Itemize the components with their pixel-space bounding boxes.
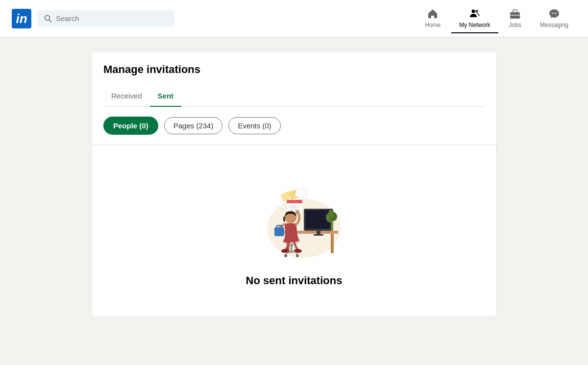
nav-label-jobs: Jobs (509, 22, 521, 28)
svg-point-20 (328, 210, 334, 218)
logo-letter: in (16, 12, 27, 25)
svg-point-3 (475, 10, 478, 13)
home-icon (427, 8, 439, 20)
search-icon (44, 15, 52, 23)
filter-people[interactable]: People (0) (103, 117, 158, 135)
svg-point-2 (471, 9, 475, 13)
manage-invitations-card: Manage invitations Received Sent People … (91, 51, 497, 317)
main-content: Manage invitations Received Sent People … (83, 51, 505, 317)
nav-item-jobs[interactable]: Jobs (501, 4, 529, 33)
navbar-right: Home My Network Jobs (417, 4, 576, 33)
svg-point-44 (296, 254, 299, 257)
card-title: Manage invitations (103, 63, 485, 76)
jobs-icon (509, 8, 521, 20)
svg-point-7 (554, 12, 555, 13)
svg-rect-34 (274, 227, 284, 236)
svg-point-6 (552, 12, 553, 13)
svg-rect-11 (331, 234, 334, 253)
my-network-icon (469, 8, 481, 20)
empty-state-text: No sent invitations (246, 274, 343, 287)
nav-item-my-network[interactable]: My Network (451, 4, 498, 33)
nav-item-messaging[interactable]: Messaging (532, 4, 576, 33)
card-header: Manage invitations Received Sent (92, 51, 496, 107)
tabs: Received Sent (103, 86, 485, 107)
nav-label-messaging: Messaging (540, 22, 568, 28)
svg-point-8 (556, 12, 557, 13)
svg-point-43 (284, 254, 287, 257)
navbar: in Home My Network (0, 0, 588, 37)
svg-rect-29 (295, 188, 307, 198)
svg-rect-22 (287, 200, 302, 203)
svg-rect-15 (317, 231, 320, 235)
svg-rect-16 (314, 234, 323, 236)
nav-label-my-network: My Network (459, 22, 490, 28)
messaging-icon (548, 8, 560, 20)
tab-sent[interactable]: Sent (150, 86, 182, 107)
filter-events[interactable]: Events (0) (228, 117, 280, 134)
empty-illustration (240, 165, 348, 263)
tab-received[interactable]: Received (103, 86, 150, 107)
empty-state: No sent invitations (92, 145, 496, 316)
search-bar[interactable] (37, 10, 174, 26)
svg-line-1 (49, 20, 52, 22)
svg-point-38 (290, 244, 293, 247)
search-input[interactable] (56, 14, 168, 23)
nav-item-home[interactable]: Home (417, 4, 448, 33)
nav-label-home: Home (425, 22, 441, 28)
filter-section: People (0) Pages (234) Events (0) (92, 107, 496, 145)
navbar-left: in (12, 9, 417, 28)
filter-pages[interactable]: Pages (234) (164, 117, 223, 134)
linkedin-logo[interactable]: in (12, 9, 31, 28)
svg-point-33 (295, 210, 299, 214)
